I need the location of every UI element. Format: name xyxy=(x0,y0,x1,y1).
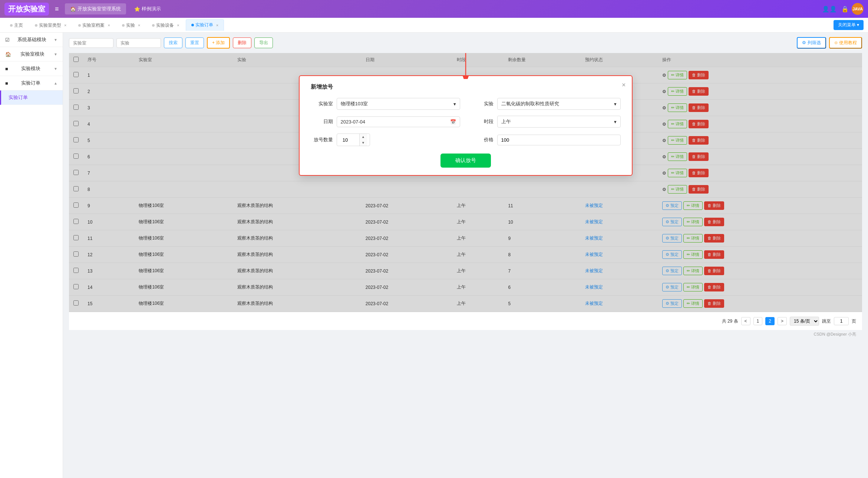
exp-search-input[interactable] xyxy=(116,38,161,48)
quantity-input[interactable]: 10 xyxy=(337,135,359,145)
price-label: 价格 xyxy=(471,136,494,143)
experiment-select[interactable]: 二氧化碳的制取和性质研究 ▾ xyxy=(497,98,621,110)
page-1-button[interactable]: 1 xyxy=(753,317,763,325)
chevron-down-icon: ▾ xyxy=(453,101,456,107)
nav-item-main[interactable]: 🏠 开放实验室管理系统 xyxy=(65,3,126,14)
avatar[interactable]: JAVA xyxy=(852,3,864,15)
top-nav: 开放实验室 ≡ 🏠 开放实验室管理系统 ⭐ 样例演示 👤👤 🔒 JAVA xyxy=(0,0,868,18)
filter-button[interactable]: ⚙ 列筛选 xyxy=(797,37,826,49)
export-button[interactable]: 导出 xyxy=(254,37,273,48)
sidebar-group-lab-header[interactable]: 🏠 实验室模块 ▼ xyxy=(0,47,63,62)
nav-icons: 👤👤 🔒 xyxy=(822,6,849,13)
page-2-button[interactable]: 2 xyxy=(765,317,775,325)
tab-home[interactable]: 主页 xyxy=(4,20,29,31)
experiment-label: 实验 xyxy=(471,100,494,107)
app-logo: 开放实验室 xyxy=(4,3,49,16)
toolbar-right: ⚙ 列筛选 ⊙ 使用教程 xyxy=(797,37,862,49)
star-icon: ⭐ xyxy=(134,6,140,12)
chevron-up-icon: ▲ xyxy=(54,81,57,85)
sidebar-group-icon: 🏠 xyxy=(5,52,11,57)
chevron-down-icon: ▼ xyxy=(54,38,57,42)
content-area: 搜索 重置 + 添加 删除 导出 ⚙ 列筛选 ⊙ 使用教程 序号 实验室 xyxy=(63,33,868,478)
sidebar-group-lab: 🏠 实验室模块 ▼ xyxy=(0,47,63,62)
experiment-field: 实验 二氧化碳的制取和性质研究 ▾ xyxy=(471,98,621,110)
nav-item-demo[interactable]: ⭐ 样例演示 xyxy=(129,3,166,14)
modal-form: 实验室 物理楼103室 ▾ 实验 二氧化碳的制取和性质研究 ▾ xyxy=(311,98,621,146)
content-wrapper: 序号 实验室 实验 日期 时段 剩余数量 预约状态 操作 1⚙✏ 详情🗑 删除 xyxy=(69,53,862,312)
lab-label: 实验室 xyxy=(311,100,333,107)
pagination-total: 共 29 条 xyxy=(722,318,738,324)
timeslot-field: 时段 上午 ▾ xyxy=(471,116,621,128)
sidebar-group-icon: ☑ xyxy=(5,37,10,43)
tab-experiment[interactable]: 实验 × xyxy=(116,20,146,31)
chevron-down-icon: ▾ xyxy=(614,119,617,125)
modal-title: 新增放号 xyxy=(311,83,621,90)
sidebar-group-basic: ☑ 系统基础模块 ▼ xyxy=(0,33,63,47)
price-field: 价格 100 xyxy=(471,133,621,146)
modal-close-button[interactable]: × xyxy=(622,81,626,89)
price-input[interactable]: 100 xyxy=(497,135,621,145)
tab-dot xyxy=(78,24,81,27)
tabs-bar: 主页 实验室类型 × 实验室档案 × 实验 × 实验设备 × 实验订单 × 关闭… xyxy=(0,18,868,33)
close-tab-icon[interactable]: × xyxy=(177,23,179,27)
close-all-button[interactable]: 关闭菜单 ▾ xyxy=(834,20,864,30)
chevron-down-icon: ▼ xyxy=(54,52,57,56)
sidebar-group-exp: ■ 实验模块 ▼ xyxy=(0,62,63,76)
timeslot-label: 时段 xyxy=(471,118,494,125)
goto-label: 跳至 xyxy=(822,318,831,324)
timeslot-select[interactable]: 上午 ▾ xyxy=(497,116,621,128)
sidebar-group-icon: ■ xyxy=(5,66,8,72)
tab-equipment[interactable]: 实验设备 × xyxy=(146,20,185,31)
spin-up-button[interactable]: ▲ xyxy=(360,134,367,140)
tutorial-button[interactable]: ⊙ 使用教程 xyxy=(829,37,862,49)
page-jump-input[interactable] xyxy=(834,317,849,325)
prev-page-button[interactable]: < xyxy=(741,317,750,325)
pagination-bar: 共 29 条 < 1 2 > 15 条/页 20 条/页 50 条/页 跳至 页 xyxy=(69,312,862,330)
tab-dot xyxy=(10,24,13,27)
calendar-icon: 📅 xyxy=(450,119,456,125)
page-unit-label: 页 xyxy=(852,318,856,324)
lab-field: 实验室 物理楼103室 ▾ xyxy=(311,98,460,110)
chevron-down-icon: ▼ xyxy=(54,67,57,71)
quantity-field: 放号数量 10 ▲ ▼ xyxy=(311,133,460,146)
quantity-label: 放号数量 xyxy=(311,136,333,143)
add-button[interactable]: + 添加 xyxy=(207,37,230,49)
sidebar-group-basic-header[interactable]: ☑ 系统基础模块 ▼ xyxy=(0,33,63,47)
delete-button[interactable]: 删除 xyxy=(233,37,251,48)
lab-search-input[interactable] xyxy=(69,38,113,48)
reset-button[interactable]: 重置 xyxy=(185,37,204,48)
sidebar-item-order[interactable]: 实验订单 xyxy=(0,90,63,105)
date-picker[interactable]: 2023-07-04 📅 xyxy=(337,116,460,127)
home-icon: 🏠 xyxy=(70,6,76,12)
sidebar-group-exp-header[interactable]: ■ 实验模块 ▼ xyxy=(0,62,63,76)
tab-dot xyxy=(35,24,37,27)
close-tab-icon[interactable]: × xyxy=(138,23,140,27)
tab-lab-archive[interactable]: 实验室档案 × xyxy=(73,20,115,31)
per-page-select[interactable]: 15 条/页 20 条/页 50 条/页 xyxy=(790,317,819,326)
tab-dot xyxy=(122,24,125,27)
sidebar-group-order-header[interactable]: ■ 实验订单 ▲ xyxy=(0,76,63,90)
tab-order[interactable]: 实验订单 × xyxy=(186,19,224,31)
search-button[interactable]: 搜索 xyxy=(164,37,182,48)
close-tab-icon[interactable]: × xyxy=(216,23,218,27)
lock-icon[interactable]: 🔒 xyxy=(841,6,849,13)
chevron-down-icon: ▾ xyxy=(614,101,617,107)
hamburger-icon[interactable]: ≡ xyxy=(52,4,62,14)
lab-select[interactable]: 物理楼103室 ▾ xyxy=(337,98,460,110)
spin-down-button[interactable]: ▼ xyxy=(360,140,367,146)
date-label: 日期 xyxy=(311,118,333,125)
tab-dot xyxy=(191,24,194,26)
sidebar: ☑ 系统基础模块 ▼ 🏠 实验室模块 ▼ ■ 实验模块 ▼ ■ 实验订单 ▲ xyxy=(0,33,63,478)
spin-buttons: ▲ ▼ xyxy=(359,134,367,146)
next-page-button[interactable]: > xyxy=(778,317,787,325)
watermark: CSDN @Designer 小亮 xyxy=(69,330,862,339)
sidebar-group-order: ■ 实验订单 ▲ 实验订单 xyxy=(0,76,63,105)
close-tab-icon[interactable]: × xyxy=(64,23,66,27)
confirm-button[interactable]: 确认放号 xyxy=(440,154,491,168)
close-tab-icon[interactable]: × xyxy=(108,23,110,27)
tab-lab-type[interactable]: 实验室类型 × xyxy=(29,20,72,31)
modal-overlay: 新增放号 × 实验室 物理楼103室 ▾ 实验 xyxy=(69,53,862,312)
toolbar: 搜索 重置 + 添加 删除 导出 ⚙ 列筛选 ⊙ 使用教程 xyxy=(69,37,862,49)
user-icon[interactable]: 👤👤 xyxy=(822,6,837,13)
quantity-stepper[interactable]: 10 ▲ ▼ xyxy=(337,133,370,146)
